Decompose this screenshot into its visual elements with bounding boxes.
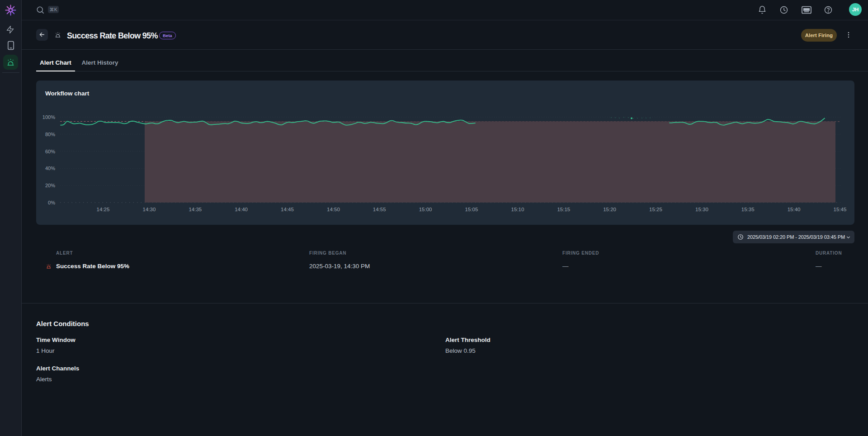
svg-text:14:40: 14:40 bbox=[235, 207, 248, 212]
svg-text:20%: 20% bbox=[45, 183, 55, 188]
svg-text:14:35: 14:35 bbox=[189, 207, 202, 212]
svg-text:15:05: 15:05 bbox=[465, 207, 478, 212]
svg-text:0%: 0% bbox=[48, 200, 55, 205]
svg-text:80%: 80% bbox=[45, 132, 55, 137]
svg-text:14:55: 14:55 bbox=[373, 207, 386, 212]
svg-text:15:30: 15:30 bbox=[695, 207, 708, 212]
svg-text:14:30: 14:30 bbox=[143, 207, 156, 212]
svg-text:60%: 60% bbox=[45, 149, 55, 154]
svg-text:15:45: 15:45 bbox=[834, 207, 847, 212]
svg-text:15:25: 15:25 bbox=[649, 207, 662, 212]
svg-text:14:25: 14:25 bbox=[97, 207, 110, 212]
svg-text:15:35: 15:35 bbox=[741, 207, 755, 212]
svg-text:15:15: 15:15 bbox=[557, 207, 570, 212]
svg-text:14:45: 14:45 bbox=[281, 207, 294, 212]
svg-text:14:50: 14:50 bbox=[327, 207, 340, 212]
svg-text:100%: 100% bbox=[42, 114, 55, 120]
svg-text:15:00: 15:00 bbox=[419, 207, 432, 212]
svg-text:15:20: 15:20 bbox=[603, 207, 616, 212]
svg-text:15:10: 15:10 bbox=[511, 207, 524, 212]
svg-text:40%: 40% bbox=[45, 166, 55, 171]
svg-text:15:40: 15:40 bbox=[788, 207, 801, 212]
